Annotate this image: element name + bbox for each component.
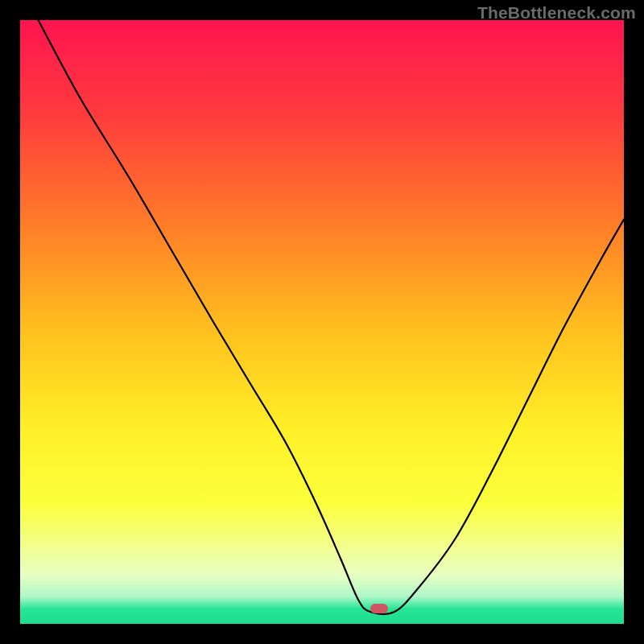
minimum-marker: [370, 604, 388, 613]
bottleneck-curve: [20, 20, 624, 624]
plot-area: [20, 20, 624, 624]
chart-frame: TheBottleneck.com: [0, 0, 644, 644]
